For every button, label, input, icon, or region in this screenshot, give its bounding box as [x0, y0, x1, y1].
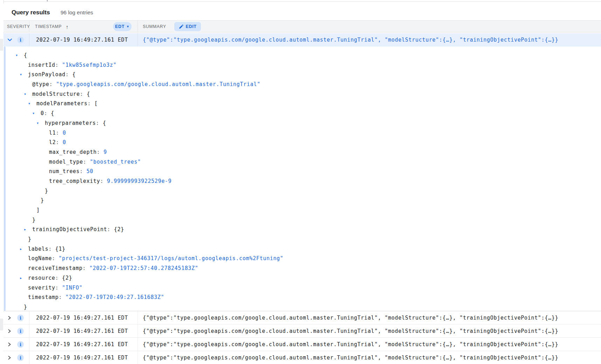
sort-ascending-icon[interactable]: ↑ [66, 23, 69, 29]
info-severity-icon[interactable]: i [17, 341, 24, 348]
json-colon: : [80, 168, 86, 174]
column-divider [29, 33, 29, 47]
pencil-icon [179, 24, 184, 29]
column-header-summary: SUMMARY [143, 24, 166, 29]
json-colon: : [96, 120, 103, 126]
json-line-num_trees: num_trees: 50 [4, 167, 601, 177]
json-line-hyperparameters[interactable]: ▾hyperparameters: { [4, 119, 601, 128]
column-divider [29, 351, 29, 364]
column-divider [138, 338, 138, 351]
json-line-punctuation: } [4, 186, 601, 196]
info-severity-icon[interactable]: i [17, 314, 24, 321]
column-divider [29, 311, 29, 324]
chevron-right-icon[interactable] [7, 329, 12, 334]
json-key: @type [32, 81, 49, 87]
log-row-expanded[interactable]: i 2022-07-19 16:49:27.161 EDT {"@type":"… [4, 33, 601, 47]
expand-triangle-icon[interactable]: ▸ [24, 225, 27, 235]
page-title: Query results [12, 9, 50, 16]
json-line-modelStructure[interactable]: ▾modelStructure: { [4, 90, 601, 99]
log-summary: {"@type":"type.googleapis.com/google.clo… [143, 355, 558, 361]
json-colon: : [65, 71, 72, 78]
json-key: hyperparameters [45, 120, 96, 126]
adjacent-panel-fragment [0, 39, 3, 51]
json-colon: : [55, 285, 62, 291]
log-summary: {"@type":"type.googleapis.com/google.clo… [143, 37, 558, 43]
json-key: tree_complexity [49, 178, 100, 184]
column-divider [138, 311, 138, 324]
collapse-triangle-icon[interactable]: ▾ [15, 51, 18, 60]
json-colon: : [107, 226, 114, 233]
json-colon: : [80, 91, 86, 97]
edit-button-label: EDIT [186, 24, 197, 29]
json-line-timestamp: timestamp: "2022-07-19T20:49:27.161683Z" [4, 293, 601, 302]
json-key: labels [28, 246, 48, 252]
json-key: receiveTimestamp [28, 265, 83, 271]
chevron-right-icon[interactable] [7, 355, 12, 360]
collapse-triangle-icon[interactable]: ▾ [20, 70, 22, 80]
json-colon: : [56, 130, 62, 136]
json-line-severity: severity: "INFO" [4, 283, 601, 293]
json-value: 50 [86, 168, 93, 174]
json-key: max_tree_depth [49, 149, 97, 155]
json-value: { [87, 91, 90, 97]
json-colon: : [52, 255, 58, 262]
query-results-panel: Query results 96 log entries SEVERITY TI… [0, 0, 601, 364]
json-colon: : [44, 110, 51, 116]
top-divider [4, 1, 601, 2]
json-line-punctuation: } [4, 215, 601, 225]
json-value: 9 [104, 149, 107, 155]
json-value: "projects/test-project-346317/logs/autom… [59, 255, 284, 262]
json-line-modelParameters[interactable]: ▾modelParameters: [ [4, 99, 601, 109]
collapse-triangle-icon[interactable]: ▾ [32, 109, 35, 119]
json-colon: : [49, 81, 56, 87]
json-key: severity [28, 285, 55, 291]
json-colon: : [83, 265, 89, 271]
json-value: {2} [62, 275, 72, 281]
json-line-resource[interactable]: ▸resource: {2} [4, 273, 601, 283]
json-value: "type.googleapis.com/google.cloud.automl… [56, 81, 260, 87]
expand-triangle-icon[interactable]: ▸ [20, 244, 22, 254]
collapse-triangle-icon[interactable]: ▾ [28, 99, 31, 109]
timezone-label: EDT [115, 24, 125, 29]
json-colon: : [83, 159, 90, 165]
chevron-right-icon[interactable] [7, 315, 12, 320]
timezone-dropdown[interactable]: EDT ▼ [113, 22, 132, 31]
json-value: [ [94, 100, 98, 107]
json-line-trainingObjectivePoint[interactable]: ▸trainingObjectivePoint: {2} [4, 225, 601, 235]
log-rows-list: i2022-07-19 16:49:27.161 EDT{"@type":"ty… [4, 311, 601, 364]
json-line-insertId: insertId: "1kw85sefmp1o3z" [4, 60, 601, 70]
info-severity-icon[interactable]: i [17, 37, 24, 43]
info-severity-icon[interactable]: i [17, 354, 24, 361]
collapse-triangle-icon[interactable]: ▾ [36, 119, 39, 128]
results-titlebar: Query results 96 log entries [4, 3, 601, 20]
log-row[interactable]: i2022-07-19 16:49:27.161 EDT{"@type":"ty… [4, 324, 601, 338]
json-key: trainingObjectivePoint [32, 226, 107, 233]
json-value: { [24, 52, 27, 58]
json-line-l2: l2: 0 [4, 138, 601, 148]
log-row[interactable]: i2022-07-19 16:49:27.161 EDT{"@type":"ty… [4, 338, 601, 351]
log-row[interactable]: i2022-07-19 16:49:27.161 EDT{"@type":"ty… [4, 351, 601, 364]
log-timestamp: 2022-07-19 16:49:27.161 EDT [36, 37, 128, 43]
chevron-down-icon[interactable] [7, 37, 13, 43]
json-value: { [72, 71, 76, 78]
collapse-triangle-icon[interactable]: ▾ [24, 90, 27, 99]
json-line-max_tree_depth: max_tree_depth: 9 [4, 148, 601, 157]
json-key: l1 [49, 130, 56, 136]
json-value: } [28, 236, 32, 242]
json-payload-tree: ▾{insertId: "1kw85sefmp1o3z"▾jsonPayload… [4, 51, 601, 312]
info-severity-icon[interactable]: i [17, 328, 24, 334]
json-key: l2 [49, 139, 56, 145]
json-line-jsonPayload[interactable]: ▾jsonPayload: { [4, 70, 601, 80]
json-line-0[interactable]: ▾0: { [4, 109, 601, 119]
column-header-timestamp[interactable]: TIMESTAMP [35, 24, 62, 29]
json-line-punctuation[interactable]: ▾{ [4, 51, 601, 60]
expand-triangle-icon[interactable]: ▸ [20, 273, 22, 283]
column-divider [29, 324, 29, 337]
json-value: "INFO" [62, 285, 82, 291]
log-entry-detail: ▾{insertId: "1kw85sefmp1o3z"▾jsonPayload… [4, 47, 601, 311]
json-value: 9.99999993922529e-9 [107, 178, 172, 184]
log-row[interactable]: i2022-07-19 16:49:27.161 EDT{"@type":"ty… [4, 311, 601, 324]
edit-summary-button[interactable]: EDIT [174, 22, 201, 31]
json-line-labels[interactable]: ▸labels: {1} [4, 244, 601, 254]
chevron-right-icon[interactable] [7, 342, 12, 347]
